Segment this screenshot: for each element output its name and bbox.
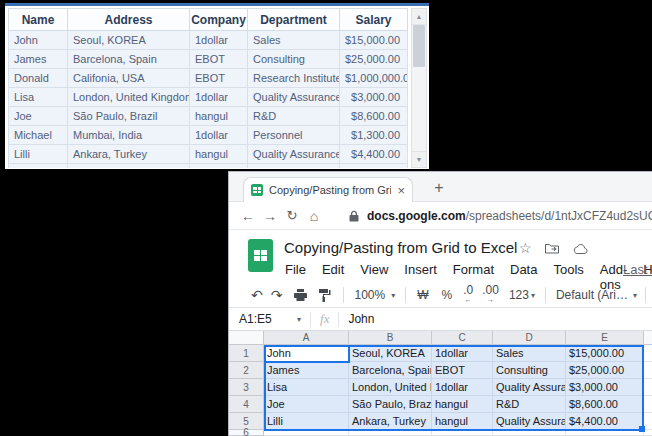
grid-cell[interactable]: Quality Assurance	[248, 145, 340, 164]
grid-cell-clipped[interactable]: hangul	[190, 164, 248, 168]
grid-cell[interactable]: hangul	[190, 145, 248, 164]
cloud-status-icon[interactable]	[573, 244, 588, 254]
grid-cell[interactable]: Ankara, Turkey	[68, 145, 190, 164]
forward-icon[interactable]: →	[259, 208, 281, 224]
document-title[interactable]: Copying/Pasting from Grid to Excel	[284, 239, 517, 256]
grid-cell[interactable]: Personnel	[248, 126, 340, 145]
grid-cell-clipped[interactable]: Sales	[248, 164, 340, 168]
redo-icon[interactable]: ↷	[271, 287, 283, 303]
column-header-a[interactable]: A	[264, 331, 349, 345]
cell-filler[interactable]	[644, 379, 652, 396]
cell-c6[interactable]	[432, 430, 493, 436]
last-edit-link[interactable]: Last ed	[623, 262, 652, 277]
cell-b1[interactable]: Seoul, KOREA	[349, 345, 432, 362]
cell-b5[interactable]: Ankara, Turkey	[349, 413, 432, 430]
menu-format[interactable]: Format	[453, 262, 494, 292]
cell-c1[interactable]: 1dollar	[432, 345, 493, 362]
grid-cell[interactable]: $3,000.00	[340, 88, 408, 107]
column-header-d[interactable]: D	[493, 331, 566, 345]
star-icon[interactable]: ☆	[519, 241, 532, 255]
row-header-4[interactable]: 4	[229, 396, 264, 413]
menu-tools[interactable]: Tools	[553, 262, 583, 292]
cell-a4[interactable]: Joe	[264, 396, 349, 413]
grid-cell[interactable]: Barcelona, Spain	[68, 50, 190, 69]
row-header-2[interactable]: 2	[229, 362, 264, 379]
grid-cell[interactable]: Joe	[8, 107, 68, 126]
menu-edit[interactable]: Edit	[322, 262, 344, 292]
cell-a5[interactable]: Lilli	[264, 413, 349, 430]
cell-c2[interactable]: EBOT	[432, 362, 493, 379]
cell-c4[interactable]: hangul	[432, 396, 493, 413]
cell-b3[interactable]: London, United Kingdom	[349, 379, 432, 396]
grid-col-header-salary[interactable]: Salary	[340, 8, 408, 31]
grid-cell[interactable]: $8,600.00	[340, 107, 408, 126]
grid-cell[interactable]: Lisa	[8, 88, 68, 107]
grid-cell-clipped[interactable]: Celine	[8, 164, 68, 168]
reload-icon[interactable]: ↻	[281, 208, 303, 223]
grid-cell[interactable]: James	[8, 50, 68, 69]
grid-cell[interactable]: $1,300.00	[340, 126, 408, 145]
cell-b4[interactable]: São Paulo, Brazil	[349, 396, 432, 413]
scrollbar-thumb[interactable]	[413, 25, 425, 67]
cell-filler[interactable]	[644, 362, 652, 379]
cell-d2[interactable]: Consulting	[493, 362, 566, 379]
grid-col-header-company[interactable]: Company	[190, 8, 248, 31]
grid-cell[interactable]: $15,000.00	[340, 31, 408, 50]
grid-cell[interactable]: hangul	[190, 107, 248, 126]
grid-cell[interactable]: $1,000,000.00	[340, 69, 408, 88]
cell-d6[interactable]	[493, 430, 566, 436]
back-icon[interactable]: ←	[237, 208, 259, 224]
cell-filler[interactable]	[644, 430, 652, 436]
address-bar[interactable]: docs.google.com/spreadsheets/d/1ntJxCFZ4…	[367, 209, 652, 223]
cell-e5[interactable]: $4,400.00	[566, 413, 644, 430]
grid-cell[interactable]: London, United Kingdom	[68, 88, 190, 107]
menu-data[interactable]: Data	[510, 262, 537, 292]
column-header-e[interactable]: E	[566, 331, 644, 345]
cell-e2[interactable]: $25,000.00	[566, 362, 644, 379]
cell-d4[interactable]: R&D	[493, 396, 566, 413]
grid-col-header-address[interactable]: Address	[68, 8, 190, 31]
lock-icon[interactable]	[349, 210, 359, 222]
cell-e4[interactable]: $8,600.00	[566, 396, 644, 413]
menu-view[interactable]: View	[360, 262, 388, 292]
scroll-down-icon[interactable]: ▼	[412, 151, 426, 167]
column-header-c[interactable]: C	[432, 331, 493, 345]
grid-cell[interactable]: Seoul, KOREA	[68, 31, 190, 50]
cell-d3[interactable]: Quality Assurance	[493, 379, 566, 396]
grid-cell[interactable]: $4,400.00	[340, 145, 408, 164]
cell-e6[interactable]	[566, 430, 644, 436]
browser-tab[interactable]: Copying/Pasting from Grid to Excel ×	[243, 177, 413, 202]
row-header-3[interactable]: 3	[229, 379, 264, 396]
cell-e1[interactable]: $15,000.00	[566, 345, 644, 362]
grid-scrollbar[interactable]: ▲ ▼	[411, 8, 427, 168]
cell-a2[interactable]: James	[264, 362, 349, 379]
menu-file[interactable]: File	[285, 262, 306, 292]
cell-c5[interactable]: hangul	[432, 413, 493, 430]
formula-input[interactable]: John	[348, 312, 374, 326]
grid-cell[interactable]: São Paulo, Brazil	[68, 107, 190, 126]
new-tab-button[interactable]: +	[427, 177, 451, 199]
grid-cell[interactable]: Lilli	[8, 145, 68, 164]
cell-d5[interactable]: Quality Assurance	[493, 413, 566, 430]
grid-col-header-name[interactable]: Name	[8, 8, 68, 31]
grid-cell[interactable]: Sales	[248, 31, 340, 50]
grid-cell[interactable]: John	[8, 31, 68, 50]
grid-cell[interactable]: $25,000.00	[340, 50, 408, 69]
select-all-corner[interactable]	[229, 331, 264, 345]
grid-cell[interactable]: Research Institute	[248, 69, 340, 88]
grid-cell[interactable]: EBOT	[190, 69, 248, 88]
fill-handle[interactable]	[639, 426, 645, 432]
cell-filler[interactable]	[644, 413, 652, 430]
grid-col-header-department[interactable]: Department	[248, 8, 340, 31]
grid-cell[interactable]: Quality Assurance	[248, 88, 340, 107]
cell-filler[interactable]	[644, 396, 652, 413]
cell-b6[interactable]	[349, 430, 432, 436]
column-header-partial[interactable]	[644, 331, 652, 345]
move-folder-icon[interactable]	[545, 243, 559, 254]
cell-e3[interactable]: $3,000.00	[566, 379, 644, 396]
tab-close-icon[interactable]: ×	[397, 184, 405, 197]
column-header-b[interactable]: B	[349, 331, 432, 345]
cell-b2[interactable]: Barcelona, Spain	[349, 362, 432, 379]
cell-a6[interactable]	[264, 430, 349, 436]
home-icon[interactable]: ⌂	[303, 208, 325, 224]
